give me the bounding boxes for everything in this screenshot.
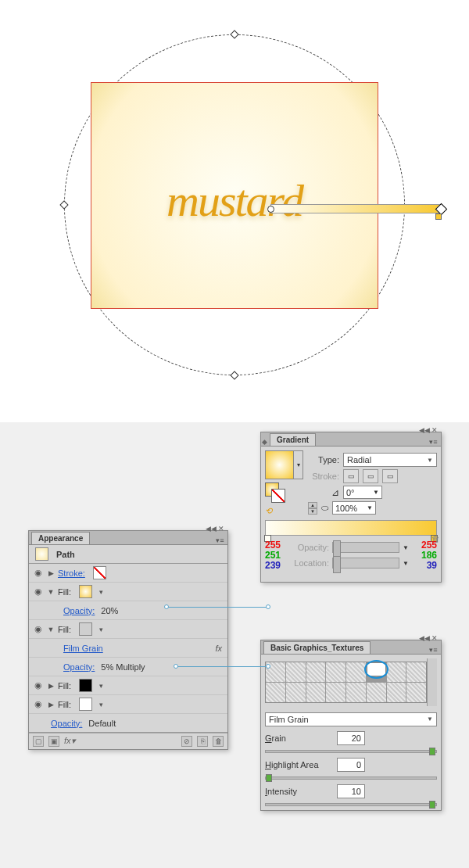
- grain-value-input[interactable]: 20: [337, 731, 365, 745]
- highlight-value-input[interactable]: 0: [337, 758, 365, 772]
- panel-grip[interactable]: ◀◀✕: [419, 426, 438, 434]
- fill-swatch-grey[interactable]: [79, 622, 92, 636]
- texture-swatch[interactable]: [266, 683, 285, 702]
- trash-icon[interactable]: 🗑: [213, 736, 224, 747]
- swatch-menu-icon[interactable]: ▾: [97, 701, 105, 708]
- visibility-toggle-icon[interactable]: ◉: [32, 623, 44, 635]
- duplicate-icon[interactable]: ⎘: [197, 736, 208, 747]
- appearance-fill-row-1[interactable]: ◉ ▼ Fill: ▾: [29, 583, 227, 601]
- angle-icon: ⊿: [308, 487, 339, 498]
- rgb-left-b: 239: [265, 561, 281, 571]
- opacity-link[interactable]: Opacity:: [51, 719, 82, 728]
- texture-swatch[interactable]: [387, 662, 406, 682]
- expand-icon[interactable]: ▶: [47, 682, 55, 690]
- texture-swatch[interactable]: [286, 662, 306, 682]
- gradient-aspect-input[interactable]: 100%▼: [332, 501, 376, 515]
- swatch-menu-icon[interactable]: ▾: [97, 626, 105, 633]
- highlight-slider[interactable]: [265, 777, 437, 780]
- fill-swatch-gradient[interactable]: [79, 585, 92, 598]
- appearance-footer: ▢ ▣ fx▾ ⊘ ⎘ 🗑: [29, 733, 227, 749]
- visibility-toggle-icon[interactable]: ◉: [32, 586, 44, 597]
- panel-menu-icon[interactable]: ▾≡: [428, 438, 441, 446]
- texture-swatch[interactable]: [406, 662, 426, 682]
- panel-cycle-icon[interactable]: ◆: [261, 438, 267, 446]
- fill-swatch-black[interactable]: [79, 679, 92, 692]
- clear-icon[interactable]: ⊘: [181, 736, 192, 747]
- new-fill-icon[interactable]: ▣: [48, 736, 59, 747]
- collapse-icon[interactable]: ▼: [47, 626, 55, 633]
- panel-grip[interactable]: ◀◀✕: [206, 525, 224, 533]
- intensity-row: Intensity 10: [265, 784, 437, 798]
- location-label: Location:: [293, 558, 329, 568]
- fill-stroke-toggle[interactable]: [265, 482, 285, 503]
- texture-swatch[interactable]: [346, 683, 366, 702]
- gradient-type-select[interactable]: Radial▼: [343, 453, 437, 467]
- gradient-origin-handle[interactable]: [267, 206, 274, 213]
- texture-swatch[interactable]: [346, 662, 366, 682]
- swatch-menu-icon[interactable]: ▾: [294, 450, 303, 479]
- gradient-opacity-input[interactable]: [332, 542, 399, 553]
- gradient-angle-input[interactable]: 0°▼: [343, 486, 382, 499]
- opacity-link[interactable]: Opacity:: [63, 606, 95, 615]
- expand-icon[interactable]: ▶: [47, 701, 55, 708]
- caret-icon[interactable]: ▼: [403, 560, 409, 567]
- appearance-tab[interactable]: Appearance: [31, 532, 90, 544]
- texture-swatch[interactable]: [406, 683, 426, 702]
- gradient-stop-handle[interactable]: [435, 213, 442, 220]
- panel-menu-icon[interactable]: ▾≡: [428, 646, 441, 654]
- gradient-preview-swatch[interactable]: [265, 450, 294, 479]
- caret-icon[interactable]: ▼: [403, 544, 409, 551]
- stroke-swatch[interactable]: [93, 566, 106, 579]
- swatch-menu-icon[interactable]: ▾: [97, 588, 105, 596]
- fill-label: Fill:: [58, 625, 71, 634]
- visibility-toggle-icon[interactable]: ◉: [32, 567, 44, 579]
- texture-swatch[interactable]: [286, 683, 306, 702]
- panel-menu-icon[interactable]: ▾≡: [215, 536, 227, 544]
- appearance-opacity-row-2[interactable]: Opacity: 5% Multiply: [29, 658, 227, 676]
- fx-icon[interactable]: fx: [215, 644, 222, 653]
- texture-swatch[interactable]: [387, 683, 406, 702]
- artboard-rect[interactable]: mustard: [91, 82, 378, 309]
- texture-swatch[interactable]: [306, 662, 326, 682]
- textures-tab[interactable]: Basic Graphics_Textures: [263, 641, 371, 654]
- stroke-link[interactable]: Stroke:: [58, 569, 85, 578]
- reverse-gradient-icon[interactable]: ⟲: [265, 506, 272, 516]
- gradient-tab[interactable]: Gradient: [270, 433, 316, 446]
- stroke-type-2-icon[interactable]: ▭: [363, 469, 378, 483]
- gradient-location-input[interactable]: [332, 558, 399, 569]
- expand-icon[interactable]: ▶: [47, 569, 55, 577]
- stroke-type-3-icon[interactable]: ▭: [382, 469, 398, 483]
- visibility-toggle-icon[interactable]: ◉: [32, 698, 44, 710]
- textures-scrollbar[interactable]: [427, 658, 437, 706]
- appearance-path-row[interactable]: Path: [29, 545, 227, 564]
- intensity-slider[interactable]: [265, 803, 437, 806]
- intensity-value-input[interactable]: 10: [337, 784, 365, 798]
- appearance-filmgrain-row[interactable]: Film Grain fx: [29, 639, 227, 658]
- new-stroke-icon[interactable]: ▢: [33, 736, 44, 747]
- texture-swatch[interactable]: [326, 662, 345, 682]
- texture-swatch-selected[interactable]: [367, 662, 386, 676]
- collapse-icon[interactable]: ▼: [47, 588, 55, 596]
- texture-swatch[interactable]: [326, 683, 345, 702]
- opacity-link[interactable]: Opacity:: [63, 662, 95, 672]
- texture-swatch[interactable]: [367, 683, 386, 702]
- stroke-type-1-icon[interactable]: ▭: [343, 469, 359, 483]
- appearance-opacity-default-row[interactable]: Opacity: Default: [29, 714, 227, 733]
- aspect-nudge[interactable]: ▲▼: [308, 502, 317, 515]
- filmgrain-link[interactable]: Film Grain: [63, 644, 103, 653]
- add-effect-icon[interactable]: fx▾: [64, 736, 75, 747]
- canvas-gradient-annotator[interactable]: [270, 204, 441, 213]
- texture-swatch[interactable]: [306, 683, 326, 702]
- appearance-fill-row-3[interactable]: ◉ ▶ Fill: ▾: [29, 676, 227, 695]
- swatch-menu-icon[interactable]: ▾: [97, 682, 105, 690]
- appearance-fill-row-2[interactable]: ◉ ▼ Fill: ▾: [29, 620, 227, 639]
- gradient-ramp[interactable]: [265, 520, 437, 536]
- appearance-fill-row-4[interactable]: ◉ ▶ Fill: ▾: [29, 695, 227, 714]
- appearance-stroke-row[interactable]: ◉ ▶ Stroke:: [29, 564, 227, 583]
- fill-swatch-white[interactable]: [79, 698, 92, 711]
- texture-name-select[interactable]: Film Grain▼: [265, 712, 437, 726]
- visibility-toggle-icon[interactable]: ◉: [32, 680, 44, 691]
- grain-slider[interactable]: [265, 750, 437, 753]
- appearance-opacity-row-1[interactable]: Opacity: 20%: [29, 601, 227, 620]
- panel-grip[interactable]: ◀◀✕: [419, 634, 438, 642]
